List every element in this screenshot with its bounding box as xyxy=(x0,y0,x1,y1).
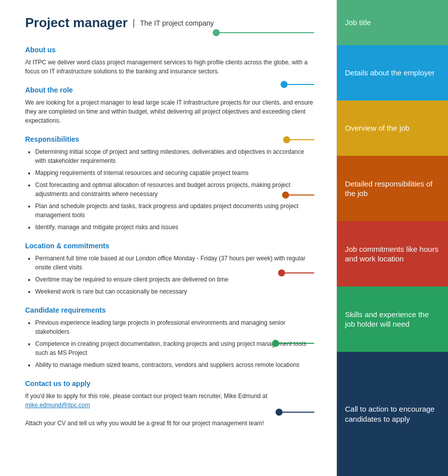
job-title-line: Project manager | The IT project company xyxy=(25,15,316,31)
annotation-skills: Skills and experience the job holder wil… xyxy=(337,287,448,352)
list-item: Competence in creating project documenta… xyxy=(35,339,316,357)
annotation-overview-text: Overview of the job xyxy=(345,123,409,133)
list-item: Weekend work is rare but can occasionall… xyxy=(35,287,316,296)
responsibilities-section: Responsibilities Determining initial sco… xyxy=(25,135,316,232)
about-us-body: At ITPC we deliver word class project ma… xyxy=(25,58,316,76)
annotation-panel: Job title Details about the employer Ove… xyxy=(337,0,448,476)
list-item: Mapping requirements of internal resourc… xyxy=(35,168,316,177)
contact-email[interactable]: mike.edmund@itpc.com xyxy=(25,402,90,409)
location-heading: Location & commitments xyxy=(25,242,316,250)
annotation-cta: Call to action to encourage candidates t… xyxy=(337,352,448,476)
about-us-heading: About us xyxy=(25,46,316,54)
company-name: The IT project company xyxy=(140,19,214,27)
job-title: Project manager xyxy=(25,15,128,31)
about-role-body: We are looking for a project manager to … xyxy=(25,98,316,125)
list-item: Plan and schedule projects and tasks, tr… xyxy=(35,202,316,220)
location-section: Location & commitments Permanent full ti… xyxy=(25,242,316,296)
contact-body2: Attach your CV and tell us why you would… xyxy=(25,420,264,427)
candidate-body: Previous experience leading large projec… xyxy=(25,318,316,369)
contact-section: Contact us to apply If you'd like to app… xyxy=(25,379,316,428)
list-item: Identify, manage and mitigate project ri… xyxy=(35,223,316,232)
separator: | xyxy=(133,18,135,28)
about-role-heading: About the role xyxy=(25,86,316,94)
about-us-section: About us At ITPC we deliver word class p… xyxy=(25,46,316,76)
location-list: Permanent full time role based at our Lo… xyxy=(35,254,316,296)
annotation-commitments-text: Job commitments like hours and work loca… xyxy=(345,244,440,264)
main-container: Project manager | The IT project company… xyxy=(0,0,448,476)
annotation-job-title-text: Job title xyxy=(345,18,371,28)
document-panel: Project manager | The IT project company… xyxy=(0,0,337,476)
contact-body1: If you'd like to apply for this role, pl… xyxy=(25,393,267,400)
annotation-skills-text: Skills and experience the job holder wil… xyxy=(345,310,440,329)
list-item: Cost forecasting and optimal allocation … xyxy=(35,180,316,199)
list-item: Previous experience leading large projec… xyxy=(35,318,316,336)
list-item: Permanent full time role based at our Lo… xyxy=(35,254,316,272)
about-role-section: About the role We are looking for a proj… xyxy=(25,86,316,125)
annotation-cta-text: Call to action to encourage candidates t… xyxy=(345,404,440,424)
annotation-employer-text: Details about the employer xyxy=(345,68,434,78)
list-item: Ability to manage medium sized teams, co… xyxy=(35,360,316,369)
contact-heading: Contact us to apply xyxy=(25,379,316,388)
list-item: Overtime may be required to ensure clien… xyxy=(35,275,316,284)
responsibilities-list: Determining initial scope of project and… xyxy=(35,147,316,232)
annotation-responsibilities: Detailed responsibilities of the job xyxy=(337,156,448,221)
annotation-overview: Overview of the job xyxy=(337,101,448,156)
annotation-commitments: Job commitments like hours and work loca… xyxy=(337,221,448,287)
candidate-section: Candidate requirements Previous experien… xyxy=(25,306,316,369)
annotation-responsibilities-text: Detailed responsibilities of the job xyxy=(345,179,440,199)
annotation-job-title: Job title xyxy=(337,0,448,45)
contact-body: If you'd like to apply for this role, pl… xyxy=(25,392,316,428)
responsibilities-body: Determining initial scope of project and… xyxy=(25,147,316,232)
candidate-list: Previous experience leading large projec… xyxy=(35,318,316,369)
annotation-employer: Details about the employer xyxy=(337,45,448,101)
candidate-heading: Candidate requirements xyxy=(25,306,316,314)
location-body: Permanent full time role based at our Lo… xyxy=(25,254,316,296)
list-item: Determining initial scope of project and… xyxy=(35,147,316,165)
responsibilities-heading: Responsibilities xyxy=(25,135,316,143)
